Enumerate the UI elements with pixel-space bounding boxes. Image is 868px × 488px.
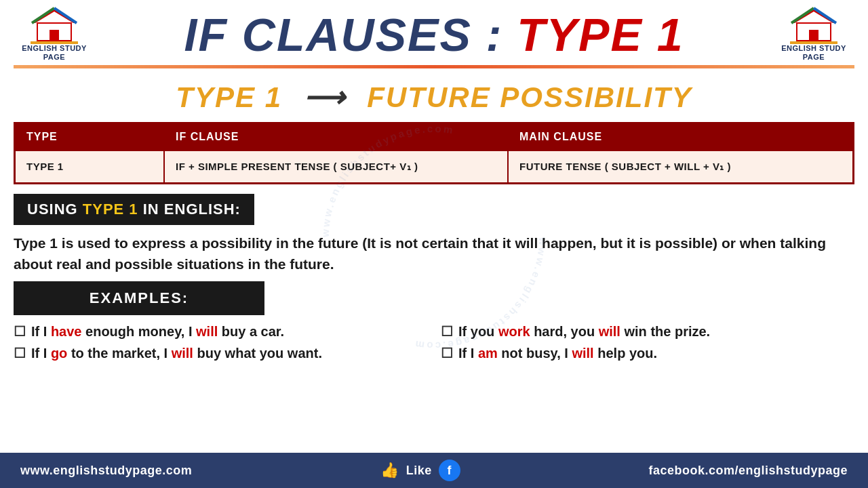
ex2-verb: work <box>498 324 530 339</box>
row-type: TYPE 1 <box>16 151 165 182</box>
examples-section: ☐ If I have enough money, I will buy a c… <box>14 322 854 363</box>
row-if-clause: IF + SIMPLE PRESENT TENSE ( SUBJECT+ V₁ … <box>165 151 509 182</box>
ex3-will: will <box>172 346 193 361</box>
using-type1: TYPE 1 <box>83 201 138 218</box>
example-2: ☐ If you work hard, you will win the pri… <box>441 322 854 341</box>
title-part1: IF CLAUSES : <box>184 9 517 60</box>
row-main-clause: FUTURE TENSE ( SUBJECT + WILL + V₁ ) <box>509 151 852 182</box>
logo-right: ENGLISH STUDY PAGE <box>773 7 854 62</box>
example-1-text: If I have enough money, I will buy a car… <box>31 322 284 341</box>
logo-house-left <box>31 7 78 44</box>
ex4-verb: am <box>478 346 498 361</box>
col-main-clause: MAIN CLAUSE <box>509 124 852 150</box>
description-text: Type 1 is used to express a possibility … <box>14 233 854 274</box>
col-type: TYPE <box>16 124 165 150</box>
ex3-verb: go <box>51 346 67 361</box>
svg-rect-5 <box>50 30 59 41</box>
examples-label: EXAMPLES: <box>14 281 264 315</box>
grammar-table: TYPE IF CLAUSE MAIN CLAUSE TYPE 1 IF + S… <box>14 122 854 184</box>
checkbox-3: ☐ <box>14 344 26 363</box>
logo-text-right: ENGLISH STUDY PAGE <box>781 44 846 62</box>
example-4-text: If I am not busy, I will help you. <box>458 344 657 363</box>
logo-left: ENGLISH STUDY PAGE <box>14 7 95 62</box>
using-box: USING TYPE 1 IN ENGLISH: <box>14 194 254 225</box>
example-3-text: If I go to the market, I will buy what y… <box>31 344 322 363</box>
main-title: IF CLAUSES : TYPE 1 <box>95 12 773 58</box>
table-header-row: TYPE IF CLAUSE MAIN CLAUSE <box>16 124 852 150</box>
footer: www.englishstudypage.com 👍 Like f facebo… <box>0 453 868 488</box>
col-if-clause: IF CLAUSE <box>165 124 509 150</box>
title-type1: TYPE 1 <box>517 9 684 60</box>
subtitle-type1: TYPE 1 <box>176 81 282 113</box>
like-section: 👍 Like f <box>380 460 460 481</box>
facebook-icon: f <box>439 460 460 481</box>
logo-house-right <box>790 7 837 44</box>
subtitle-bar: TYPE 1 ⟶ FUTURE POSSIBILITY <box>0 68 868 122</box>
like-label: Like <box>406 464 432 478</box>
header: ENGLISH STUDY PAGE IF CLAUSES : TYPE 1 E… <box>0 0 868 65</box>
logo-text-left: ENGLISH STUDY PAGE <box>22 44 87 62</box>
checkbox-4: ☐ <box>441 344 453 363</box>
ex1-will: will <box>196 324 218 339</box>
thumbs-up-icon: 👍 <box>380 462 399 479</box>
footer-facebook: facebook.com/englishstudypage <box>648 464 848 478</box>
subtitle-future: FUTURE POSSIBILITY <box>367 81 692 113</box>
using-prefix: USING <box>27 201 83 218</box>
ex4-will: will <box>572 346 593 361</box>
checkbox-1: ☐ <box>14 322 26 341</box>
footer-website: www.englishstudypage.com <box>20 464 192 478</box>
example-4: ☐ If I am not busy, I will help you. <box>441 344 854 363</box>
using-suffix: IN ENGLISH: <box>138 201 241 218</box>
svg-rect-12 <box>809 30 818 41</box>
ex1-verb: have <box>51 324 82 339</box>
example-2-text: If you work hard, you will win the prize… <box>458 322 710 341</box>
using-section: USING TYPE 1 IN ENGLISH: <box>14 194 854 225</box>
checkbox-2: ☐ <box>441 322 453 341</box>
example-3: ☐ If I go to the market, I will buy what… <box>14 344 427 363</box>
table-data-row: TYPE 1 IF + SIMPLE PRESENT TENSE ( SUBJE… <box>16 150 852 182</box>
ex2-will: will <box>599 324 620 339</box>
example-1: ☐ If I have enough money, I will buy a c… <box>14 322 427 341</box>
subtitle-arrow: ⟶ <box>304 81 355 113</box>
